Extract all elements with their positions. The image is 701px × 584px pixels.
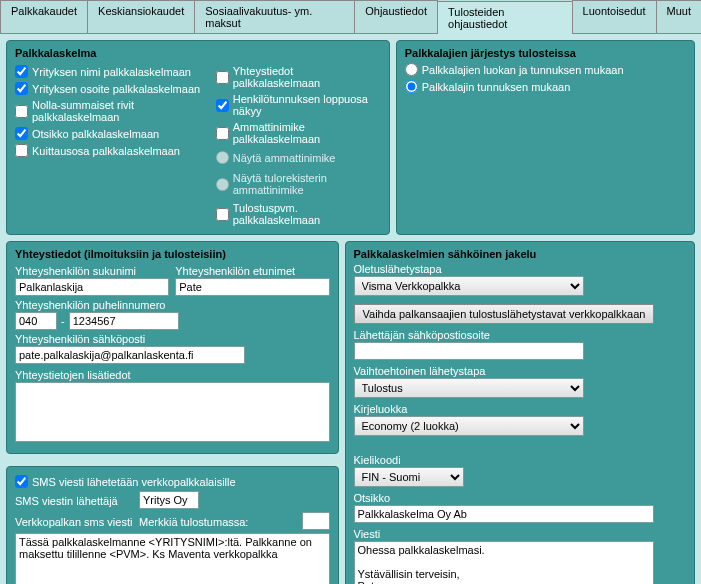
label-kirjeluokka: Kirjeluokka — [354, 403, 687, 415]
textarea-viesti[interactable]: Ohessa palkkalaskelmasi. Ystävällisin te… — [354, 541, 654, 584]
input-puhelin-prefix[interactable] — [15, 312, 57, 330]
chk-otsikko[interactable]: Otsikko palkkalaskelmaan — [15, 127, 202, 140]
chk-tulostuspvm[interactable]: Tulostuspvm. palkkalaskelmaan — [216, 202, 381, 226]
chk-henkilotunnus[interactable]: Henkilötunnuksen loppuosa näkyy — [216, 93, 381, 117]
panel-title-sahkoinen: Palkkalaskelmien sähköinen jakelu — [354, 248, 687, 260]
tab-bar: Palkkakaudet Keskiansiokaudet Sosiaaliva… — [0, 0, 701, 34]
rad-luokan-tunnuksen[interactable]: Palkkalajien luokan ja tunnuksen mukaan — [405, 63, 686, 76]
panel-jarjestys: Palkkalajien järjestys tulosteissa Palkk… — [396, 40, 695, 235]
panel-title-palkkalaskelma: Palkkalaskelma — [15, 47, 381, 59]
rad-nayta-ammattinimike: Näytä ammattinimike — [216, 151, 381, 164]
label-lisatiedot: Yhteystietojen lisätiedot — [15, 369, 330, 381]
select-kirjeluokka[interactable]: Economy (2 luokka) — [354, 416, 584, 436]
rad-nayta-tulorekisteri: Näytä tulorekisterin ammattinimike — [216, 172, 381, 196]
label-sukunimi: Yhteyshenkilön sukunimi — [15, 265, 169, 277]
label-otsikko: Otsikko — [354, 492, 687, 504]
chk-yritys-osoite[interactable]: Yrityksen osoite palkkalaskelmaan — [15, 82, 202, 95]
tab-sosiaalivakuutus[interactable]: Sosiaalivakuutus- ym. maksut — [194, 0, 355, 33]
label-kielikoodi: Kielikoodi — [354, 454, 687, 466]
input-merkkia[interactable] — [302, 512, 330, 530]
label-dash: - — [61, 315, 65, 327]
tab-keskiansiokaudet[interactable]: Keskiansiokaudet — [87, 0, 195, 33]
label-sms-msg: Verkkopalkan sms viesti — [15, 516, 135, 528]
select-kielikoodi[interactable]: FIN - Suomi — [354, 467, 464, 487]
chk-ammattinimike[interactable]: Ammattinimike palkkalaskelmaan — [216, 121, 381, 145]
chk-sms-send[interactable]: SMS viesti lähetetään verkkopalkkalaisil… — [15, 475, 330, 488]
rad-tunnuksen[interactable]: Palkkalajin tunnuksen mukaan — [405, 80, 686, 93]
btn-vaihda-lahetystavat[interactable]: Vaihda palkansaajien tulostuslähetystava… — [354, 304, 655, 324]
input-etunimet[interactable] — [175, 278, 329, 296]
panel-sms: SMS viesti lähetetään verkkopalkkalaisil… — [6, 466, 339, 584]
textarea-sms-msg[interactable]: Tässä palkkalaskelmanne <YRITYSNIMI>:ltä… — [15, 533, 330, 584]
tab-palkkakaudet[interactable]: Palkkakaudet — [0, 0, 88, 33]
label-viesti: Viesti — [354, 528, 687, 540]
label-merkkia: Merkkiä tulostumassa: — [139, 516, 298, 528]
tab-muut[interactable]: Muut — [656, 0, 701, 33]
chk-yritys-nimi[interactable]: Yrityksen nimi palkkalaskelmaan — [15, 65, 202, 78]
label-etunimet: Yhteyshenkilön etunimet — [175, 265, 329, 277]
input-lahettaja-email[interactable] — [354, 342, 584, 360]
panel-sahkoinen-jakelu: Palkkalaskelmien sähköinen jakelu Oletus… — [345, 241, 696, 584]
label-sahkoposti: Yhteyshenkilön sähköposti — [15, 333, 330, 345]
textarea-lisatiedot[interactable] — [15, 382, 330, 442]
panel-title-yhteystiedot: Yhteystiedot (ilmoituksiin ja tulosteisi… — [15, 248, 330, 260]
label-oletus: Oletuslähetystapa — [354, 263, 687, 275]
input-sukunimi[interactable] — [15, 278, 169, 296]
tab-ohjaustiedot[interactable]: Ohjaustiedot — [354, 0, 438, 33]
input-otsikko[interactable] — [354, 505, 654, 523]
panel-palkkalaskelma: Palkkalaskelma Yrityksen nimi palkkalask… — [6, 40, 390, 235]
panel-title-jarjestys: Palkkalajien järjestys tulosteissa — [405, 47, 686, 59]
label-vaihtoehtoinen: Vaihtoehtoinen lähetystapa — [354, 365, 687, 377]
input-sms-sender[interactable] — [139, 491, 199, 509]
input-sahkoposti[interactable] — [15, 346, 245, 364]
chk-nolla-summaiset[interactable]: Nolla-summaiset rivit palkkalaskelmaan — [15, 99, 202, 123]
label-sms-sender: SMS viestin lähettäjä — [15, 495, 135, 507]
panel-yhteystiedot: Yhteystiedot (ilmoituksiin ja tulosteisi… — [6, 241, 339, 454]
select-vaihtoehtoinen[interactable]: Tulostus — [354, 378, 584, 398]
select-oletus[interactable]: Visma Verkkopalkka — [354, 276, 584, 296]
label-lahettaja-email: Lähettäjän sähköpostiosoite — [354, 329, 687, 341]
chk-kuittausosa[interactable]: Kuittausosa palkkalaskelmaan — [15, 144, 202, 157]
chk-yhteystiedot[interactable]: Yhteystiedot palkkalaskelmaan — [216, 65, 381, 89]
tab-tulosteiden-ohjaustiedot[interactable]: Tulosteiden ohjaustiedot — [437, 1, 573, 34]
input-puhelin-number[interactable] — [69, 312, 179, 330]
label-puhelin: Yhteyshenkilön puhelinnumero — [15, 299, 330, 311]
tab-luontoisedut[interactable]: Luontoisedut — [572, 0, 657, 33]
